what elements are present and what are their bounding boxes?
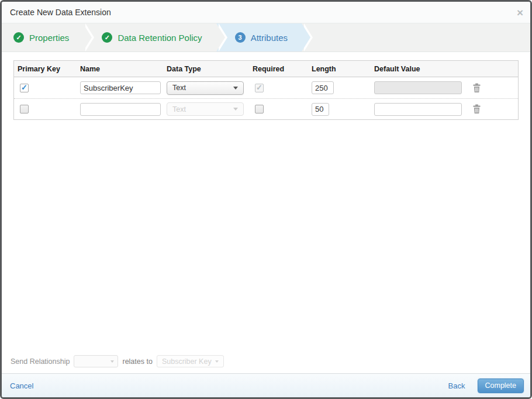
- name-input[interactable]: [80, 81, 161, 94]
- relates-to-label: relates to: [122, 357, 152, 366]
- primary-key-checkbox[interactable]: [20, 105, 29, 113]
- header-length: Length: [308, 65, 371, 73]
- back-link[interactable]: Back: [448, 381, 465, 390]
- wizard-steps: ✓ Properties ✓ Data Retention Policy 3 A…: [2, 23, 530, 52]
- step-properties[interactable]: ✓ Properties: [4, 23, 83, 51]
- send-relationship: Send Relationship relates to Subscriber …: [11, 355, 224, 367]
- send-relationship-select: [74, 355, 118, 367]
- relates-to-field-select: Subscriber Key: [157, 355, 224, 367]
- trash-icon[interactable]: [472, 83, 481, 93]
- data-type-select-value: Text: [172, 84, 186, 92]
- close-icon[interactable]: ×: [517, 7, 523, 18]
- header-primary-key: Primary Key: [14, 65, 77, 73]
- step-number-icon: 3: [235, 32, 246, 43]
- attributes-table: Primary Key Name Data Type Required Leng…: [13, 60, 519, 120]
- chevron-down-icon: [215, 360, 219, 363]
- attribute-row: Text: [14, 77, 518, 98]
- primary-key-checkbox[interactable]: [20, 84, 29, 92]
- modal-content: Primary Key Name Data Type Required Leng…: [2, 52, 530, 373]
- step-data-retention-policy[interactable]: ✓ Data Retention Policy: [83, 23, 216, 51]
- length-input[interactable]: [312, 81, 334, 94]
- attribute-row: Text: [14, 98, 518, 119]
- required-checkbox: [255, 84, 264, 92]
- complete-button[interactable]: Complete: [478, 379, 524, 393]
- modal-footer: Cancel Back Complete: [2, 373, 530, 397]
- header-required: Required: [249, 65, 308, 73]
- chevron-down-icon: [233, 108, 238, 111]
- relates-to-field-value: Subscriber Key: [162, 357, 212, 366]
- header-default-value: Default Value: [371, 65, 468, 73]
- step-attributes[interactable]: 3 Attributes: [216, 23, 302, 51]
- default-value-input: [374, 81, 462, 94]
- step-data-retention-policy-label: Data Retention Policy: [118, 33, 202, 43]
- step-properties-label: Properties: [29, 33, 69, 43]
- required-checkbox[interactable]: [255, 105, 264, 113]
- length-input[interactable]: [312, 103, 329, 116]
- send-relationship-label: Send Relationship: [11, 357, 70, 366]
- header-data-type: Data Type: [163, 65, 249, 73]
- trash-icon[interactable]: [472, 104, 481, 114]
- default-value-input[interactable]: [374, 103, 462, 116]
- attributes-table-header: Primary Key Name Data Type Required Leng…: [14, 61, 518, 77]
- chevron-down-icon: [233, 87, 238, 90]
- data-type-select[interactable]: Text: [167, 81, 244, 95]
- modal-titlebar: Create New Data Extension ×: [2, 2, 530, 23]
- chevron-down-icon: [110, 360, 114, 363]
- check-circle-icon: ✓: [102, 32, 112, 43]
- data-type-select: Text: [167, 102, 244, 116]
- header-name: Name: [77, 65, 163, 73]
- modal-title: Create New Data Extension: [10, 8, 111, 17]
- cancel-link[interactable]: Cancel: [10, 381, 33, 390]
- step-attributes-label: Attributes: [251, 33, 288, 43]
- check-circle-icon: ✓: [13, 32, 24, 43]
- data-type-select-value: Text: [172, 105, 186, 113]
- name-input[interactable]: [80, 103, 161, 116]
- create-data-extension-modal: Create New Data Extension × ✓ Properties…: [0, 0, 532, 399]
